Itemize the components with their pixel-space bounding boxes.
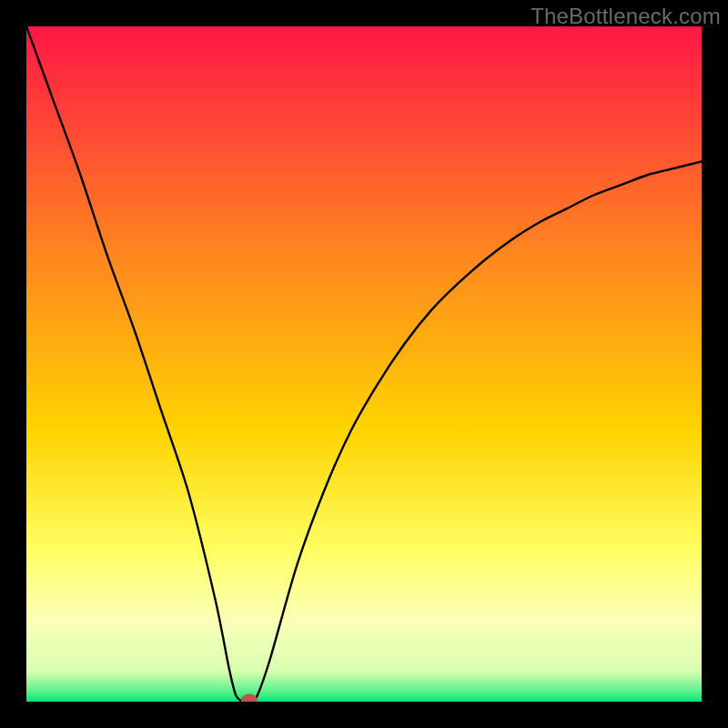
chart-svg <box>26 26 702 702</box>
watermark-text: TheBottleneck.com <box>531 4 721 29</box>
chart-frame: TheBottleneck.com <box>0 0 728 728</box>
plot-area <box>26 26 702 702</box>
gradient-background <box>26 26 702 702</box>
